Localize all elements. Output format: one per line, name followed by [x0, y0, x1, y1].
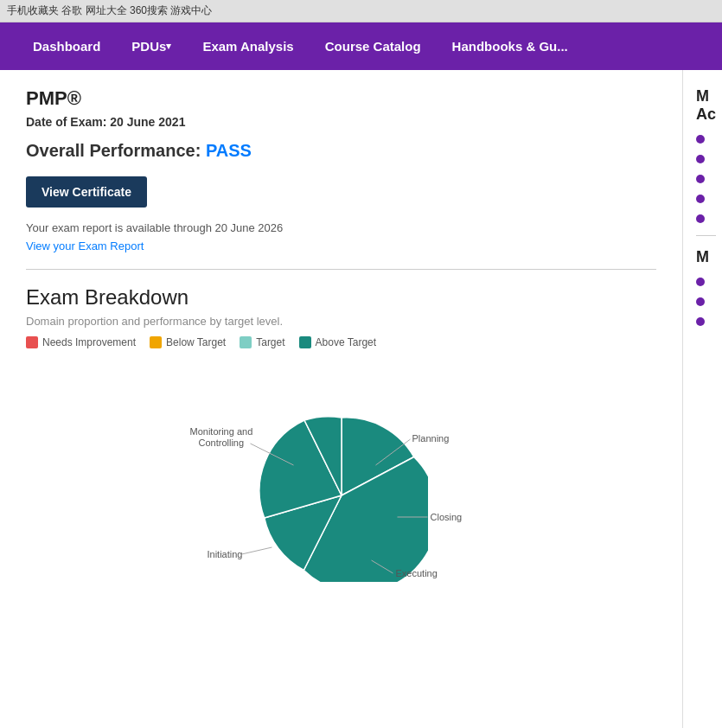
bullet-dot-7: [696, 297, 705, 306]
sidebar-bullet-6: [696, 275, 716, 286]
sidebar-title-1: MAc: [696, 87, 716, 124]
main-layout: PMP® Date of Exam: 20 June 2021 Overall …: [0, 70, 722, 728]
pie-chart: [255, 409, 428, 582]
exam-report-link[interactable]: View your Exam Report: [26, 239, 144, 252]
pie-label-monitoring2: Controlling: [199, 437, 245, 448]
overall-performance: Overall Performance: PASS: [26, 141, 656, 161]
bullet-dot-3: [696, 175, 705, 183]
pie-label-initiating: Initiating: [208, 549, 243, 559]
legend-above-label: Above Target: [316, 336, 377, 348]
sidebar-bullet-5: [696, 212, 716, 223]
performance-value: PASS: [206, 141, 252, 160]
legend-target: Target: [240, 336, 284, 348]
left-content: PMP® Date of Exam: 20 June 2021 Overall …: [0, 70, 683, 728]
legend-needs-label: Needs Improvement: [42, 336, 136, 348]
bullet-dot-8: [696, 317, 705, 326]
breakdown-title: Exam Breakdown: [26, 285, 656, 310]
legend-target-label: Target: [256, 336, 284, 348]
legend-target-icon: [240, 336, 252, 348]
legend-needs-improvement: Needs Improvement: [26, 336, 136, 348]
pie-label-monitoring: Monitoring and: [190, 426, 253, 437]
bullet-dot-6: [696, 278, 705, 286]
bullet-dot-2: [696, 155, 705, 163]
pie-chart-container: Monitoring and Controlling Planning Clos…: [26, 366, 656, 625]
exam-title: PMP®: [26, 87, 656, 110]
sidebar-bullet-7: [696, 295, 716, 306]
nav-exam-analysis[interactable]: Exam Analysis: [187, 22, 309, 70]
sidebar-bullet-1: [696, 132, 716, 144]
sidebar-bullet-2: [696, 152, 716, 163]
sidebar-title-2: M: [696, 248, 716, 266]
bullet-dot-4: [696, 195, 705, 203]
sidebar-bullet-3: [696, 172, 716, 183]
bullet-dot-1: [696, 135, 705, 144]
exam-report-text: Your exam report is available through 20…: [26, 221, 656, 234]
right-sidebar: MAc M: [683, 70, 722, 728]
main-nav: Dashboard PDUs Exam Analysis Course Cata…: [0, 22, 722, 70]
section-divider: [26, 269, 656, 270]
nav-pdus[interactable]: PDUs: [116, 22, 187, 70]
pie-label-closing: Closing: [431, 512, 463, 522]
view-certificate-button[interactable]: View Certificate: [26, 176, 147, 208]
legend-below-icon: [150, 336, 162, 348]
nav-handbooks[interactable]: Handbooks & Gu...: [437, 22, 584, 70]
sidebar-divider: [696, 235, 716, 236]
legend-below-target: Below Target: [150, 336, 226, 348]
legend-below-label: Below Target: [166, 336, 226, 348]
sidebar-bullet-4: [696, 192, 716, 203]
nav-course-catalog[interactable]: Course Catalog: [310, 22, 437, 70]
legend: Needs Improvement Below Target Target Ab…: [26, 336, 656, 348]
exam-date: Date of Exam: 20 June 2021: [26, 115, 656, 129]
bullet-dot-5: [696, 214, 705, 223]
sidebar-bullet-8: [696, 315, 716, 326]
breakdown-subtitle: Domain proportion and performance by tar…: [26, 315, 656, 328]
legend-above-target: Above Target: [299, 336, 377, 348]
toolbar-text: 手机收藏夹 谷歌 网址大全 360搜索 游戏中心: [7, 3, 212, 18]
legend-above-icon: [299, 336, 311, 348]
performance-label: Overall Performance:: [26, 141, 201, 160]
nav-dashboard[interactable]: Dashboard: [17, 22, 116, 70]
browser-toolbar: 手机收藏夹 谷歌 网址大全 360搜索 游戏中心: [0, 0, 722, 22]
legend-needs-icon: [26, 336, 38, 348]
